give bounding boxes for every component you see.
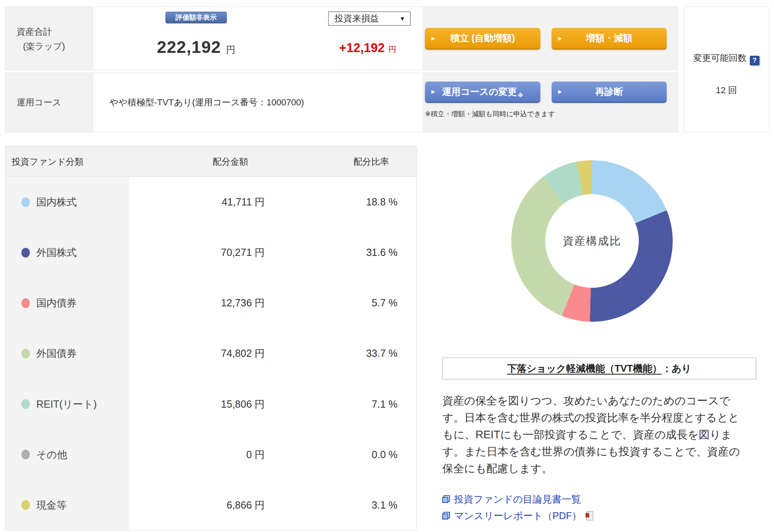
reserve-button-label: 積立 (自動増額) bbox=[450, 32, 515, 44]
arrow-right-icon: ▶ bbox=[558, 89, 562, 94]
profit-wrap: +12,192 円 bbox=[317, 41, 418, 55]
allocation-amount: 15,806 円 bbox=[221, 398, 265, 411]
reserve-auto-increase-button[interactable]: ▶ 積立 (自動増額) bbox=[425, 28, 540, 48]
asset-composition-donut-chart: 資産構成比 bbox=[511, 160, 673, 322]
allocation-table: 投資ファンド分類 配分金額 配分比率 国内株式 41,711 円 18.8 % … bbox=[5, 146, 417, 531]
total-amount-wrap: 222,192 円 bbox=[115, 38, 277, 57]
table-row: REIT(リート) 15,806 円 7.1 % bbox=[5, 379, 416, 429]
allocation-amount: 70,271 円 bbox=[221, 246, 265, 259]
table-row: 外国債券 74,802 円 33.7 % bbox=[5, 328, 416, 379]
category-label: 外国株式 bbox=[36, 246, 77, 259]
asset-total-sublabel: (楽ラップ) bbox=[5, 38, 93, 52]
category-label: REIT(リート) bbox=[36, 398, 97, 411]
category-label: 外国債券 bbox=[36, 347, 77, 360]
table-row: 国内債券 12,736 円 5.7 % bbox=[5, 278, 416, 328]
category-color-dot bbox=[21, 500, 30, 510]
arrow-right-icon: ▶ bbox=[431, 36, 435, 41]
total-amount: 222,192 bbox=[157, 38, 221, 57]
category-color-dot bbox=[21, 349, 30, 358]
category-label: その他 bbox=[36, 448, 67, 461]
course-actions-cell: ▶ 運用コースの変更 ※ ▶ 再診断 ※積立・増額・減額も同時に申込できます bbox=[423, 73, 678, 132]
allocation-ratio: 5.7 % bbox=[372, 297, 397, 309]
allocation-ratio: 31.6 % bbox=[366, 247, 397, 258]
course-label: 運用コース bbox=[17, 96, 61, 109]
allocation-table-body: 国内株式 41,711 円 18.8 % 外国株式 70,271 円 31.6 … bbox=[5, 177, 416, 530]
allocation-amount: 6,866 円 bbox=[226, 498, 265, 512]
allocation-ratio: 33.7 % bbox=[366, 348, 397, 359]
monthly-report-link[interactable]: マンスリーレポート（PDF） bbox=[442, 507, 593, 524]
change-count-label: 変更可能回数 bbox=[693, 53, 747, 63]
category-label: 国内債券 bbox=[36, 296, 77, 310]
donut-center-label: 資産構成比 bbox=[563, 234, 621, 248]
increase-decrease-button[interactable]: ▶ 増額・減額 bbox=[552, 28, 667, 48]
table-row: 国内株式 41,711 円 18.8 % bbox=[5, 177, 416, 227]
course-description: 資産の保全を図りつつ、攻めたいあなたのためのコースです。日本を含む世界の株式の投… bbox=[442, 392, 749, 477]
category-color-dot bbox=[21, 298, 30, 308]
course-value: やや積極型-TVTあり(運用コース番号：1000700) bbox=[109, 96, 304, 109]
prospectus-link[interactable]: 投資ファンドの目論見書一覧 bbox=[442, 491, 593, 507]
table-row: 現金等 6,866 円 3.1 % bbox=[5, 480, 416, 530]
profit-amount: +12,192 bbox=[339, 41, 385, 55]
profit-unit: 円 bbox=[389, 45, 396, 54]
category-label: 現金等 bbox=[36, 498, 67, 512]
donut-center: 資産構成比 bbox=[545, 194, 639, 288]
tvt-heading-status: ：あり bbox=[662, 362, 691, 375]
change-count-label-line: 変更可能回数? bbox=[684, 52, 769, 65]
allocation-amount: 12,736 円 bbox=[221, 296, 265, 310]
course-row: 運用コース やや積極型-TVTあり(運用コース番号：1000700) ▶ 運用コ… bbox=[5, 73, 678, 132]
allocation-amount: 41,711 円 bbox=[222, 195, 265, 209]
category-color-dot bbox=[21, 197, 30, 207]
rakuten-wrap-dashboard: { "top": { "asset_label_line1": "資産合計", … bbox=[0, 0, 774, 532]
document-links: 投資ファンドの目論見書一覧 マンスリーレポート（PDF） bbox=[442, 491, 593, 524]
allocation-ratio: 3.1 % bbox=[372, 499, 397, 511]
change-count-value: 12 回 bbox=[684, 84, 769, 96]
col-header-ratio: 配分比率 bbox=[331, 156, 412, 168]
category-label: 国内株式 bbox=[36, 195, 77, 209]
pdf-file-icon bbox=[586, 511, 593, 520]
allocation-table-header: 投資ファンド分類 配分金額 配分比率 bbox=[5, 146, 416, 177]
simultaneous-apply-note: ※積立・増額・減額も同時に申込できます bbox=[425, 109, 555, 119]
category-color-dot bbox=[21, 450, 30, 459]
change-course-button[interactable]: ▶ 運用コースの変更 ※ bbox=[425, 82, 540, 102]
category-color-dot bbox=[21, 399, 30, 409]
course-content-cell: やや積極型-TVTあり(運用コース番号：1000700) bbox=[93, 73, 423, 132]
change-course-label: 運用コースの変更 bbox=[442, 86, 517, 98]
change-count-panel: 変更可能回数? 12 回 bbox=[684, 6, 769, 132]
allocation-ratio: 7.1 % bbox=[372, 398, 397, 410]
window-link-icon bbox=[442, 495, 450, 503]
table-row: 外国株式 70,271 円 31.6 % bbox=[5, 227, 416, 278]
asset-total-content-cell: 評価額非表示 222,192 円 投資来損益 ▼ +12,192 円 bbox=[93, 7, 423, 70]
prospectus-link-label: 投資ファンドの目論見書一覧 bbox=[454, 493, 581, 506]
course-label-cell: 運用コース bbox=[5, 73, 93, 132]
hide-valuation-button[interactable]: 評価額非表示 bbox=[165, 12, 227, 23]
profit-type-select[interactable]: 投資来損益 ▼ bbox=[328, 11, 411, 26]
change-course-note-mark: ※ bbox=[518, 92, 523, 102]
table-row: その他 0 円 0.0 % bbox=[5, 429, 416, 480]
asset-total-label: 資産合計 bbox=[5, 7, 93, 38]
asset-total-label-cell: 資産合計 (楽ラップ) bbox=[5, 7, 93, 70]
tvt-heading: 下落ショック軽減機能（TVT機能） bbox=[507, 362, 662, 375]
chevron-down-icon: ▼ bbox=[400, 15, 405, 22]
allocation-amount: 74,802 円 bbox=[221, 347, 265, 360]
window-link-icon bbox=[442, 512, 450, 519]
category-color-dot bbox=[21, 248, 30, 258]
allocation-amount: 0 円 bbox=[246, 448, 265, 461]
rediagnose-button[interactable]: ▶ 再診断 bbox=[552, 82, 667, 102]
col-header-category: 投資ファンド分類 bbox=[12, 156, 84, 168]
rediagnose-label: 再診断 bbox=[595, 86, 623, 98]
total-amount-unit: 円 bbox=[226, 44, 235, 55]
profit-type-value: 投資来損益 bbox=[335, 13, 379, 25]
allocation-ratio: 0.0 % bbox=[372, 449, 397, 461]
allocation-ratio: 18.8 % bbox=[366, 196, 397, 208]
arrow-right-icon: ▶ bbox=[431, 89, 435, 94]
increase-decrease-label: 増額・減額 bbox=[586, 32, 632, 44]
asset-total-row: 資産合計 (楽ラップ) 評価額非表示 222,192 円 投資来損益 ▼ +12… bbox=[5, 6, 678, 70]
col-header-amount: 配分金額 bbox=[190, 156, 271, 168]
help-icon[interactable]: ? bbox=[750, 56, 759, 65]
asset-actions-cell: ▶ 積立 (自動増額) ▶ 増額・減額 bbox=[423, 7, 678, 70]
arrow-right-icon: ▶ bbox=[558, 36, 562, 41]
tvt-function-box: 下落ショック軽減機能（TVT機能） ：あり bbox=[442, 358, 756, 379]
monthly-report-link-label: マンスリーレポート（PDF） bbox=[454, 509, 582, 522]
